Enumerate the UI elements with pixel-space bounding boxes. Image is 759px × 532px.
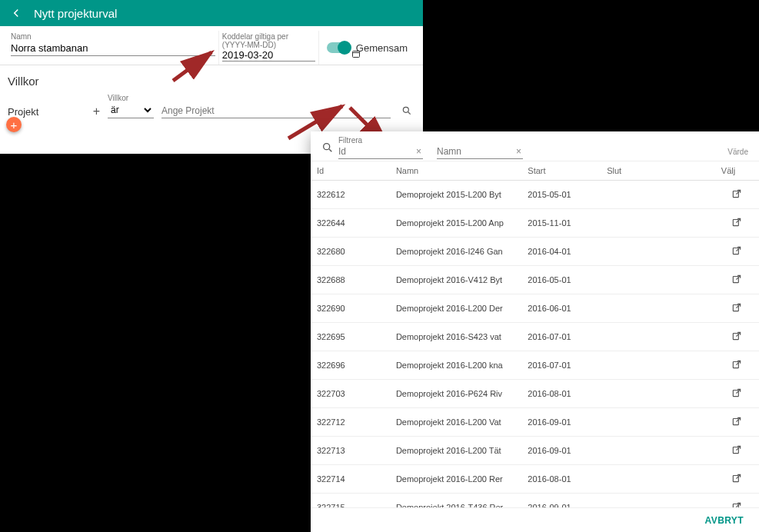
open-icon[interactable] — [731, 188, 742, 199]
table-row[interactable]: 322696Demoprojekt 2016-L200 kna2016-07-0… — [311, 351, 759, 380]
cell-valj — [715, 351, 759, 380]
svg-rect-9 — [734, 362, 739, 368]
cell-valj — [715, 209, 759, 238]
svg-rect-12 — [734, 447, 739, 454]
cell-start: 2016-05-01 — [521, 266, 601, 294]
cell-name: Demoprojekt 2016-L200 Vat — [390, 408, 521, 437]
cell-valj — [715, 380, 759, 408]
cell-name: Demoprojekt 2016-L200 Tät — [390, 437, 521, 465]
cell-slut — [601, 294, 715, 323]
clear-name-icon[interactable]: × — [514, 146, 523, 157]
table-row[interactable]: 322688Demoprojekt 2016-V412 Byt2016-05-0… — [311, 266, 759, 294]
open-icon[interactable] — [731, 416, 742, 427]
open-icon[interactable] — [731, 245, 742, 256]
cell-name: Demoprojekt 2016-T436 Rer — [390, 494, 521, 508]
name-label: Namn — [11, 32, 215, 41]
cell-slut — [601, 437, 715, 465]
cell-name: Demoprojekt 2015-L200 Anp — [390, 209, 521, 238]
svg-rect-10 — [734, 391, 739, 397]
cell-start: 2016-09-01 — [521, 437, 601, 465]
cell-valj — [715, 323, 759, 351]
condition-type-label: Projekt — [8, 106, 38, 118]
cell-slut — [601, 323, 715, 351]
cell-id: 322713 — [311, 437, 390, 465]
svg-rect-7 — [734, 305, 739, 311]
cell-start: 2016-04-01 — [521, 238, 601, 266]
cell-name: Demoprojekt 2016-P624 Riv — [390, 380, 521, 408]
table-row[interactable]: 322715Demoprojekt 2016-T436 Rer2016-09-0… — [311, 494, 759, 508]
cell-valj — [715, 437, 759, 465]
cell-name: Demoprojekt 2015-L200 Byt — [390, 181, 521, 209]
cell-id: 322688 — [311, 266, 390, 294]
table-scroll[interactable]: Id Namn Start Slut Välj 322612Demoprojek… — [311, 161, 759, 507]
clear-id-icon[interactable]: × — [414, 146, 423, 157]
condition-value-input[interactable] — [161, 104, 391, 118]
open-icon[interactable] — [731, 331, 742, 341]
filter-name-input[interactable] — [437, 145, 523, 159]
modal-filter-bar: Filtrera × × Värde — [311, 131, 759, 161]
cell-start: 2016-08-01 — [521, 465, 601, 494]
table-row[interactable]: 322714Demoprojekt 2016-L200 Rer2016-08-0… — [311, 465, 759, 494]
condition-search-icon[interactable] — [398, 105, 415, 118]
cell-valj — [715, 266, 759, 294]
col-start: Start — [521, 161, 601, 181]
svg-rect-3 — [734, 191, 739, 198]
add-condition-icon[interactable]: + — [93, 105, 100, 118]
cell-start: 2016-09-01 — [521, 408, 601, 437]
open-icon[interactable] — [731, 387, 742, 398]
condition-operator-select[interactable]: är — [108, 102, 154, 118]
cancel-button[interactable]: AVBRYT — [705, 515, 744, 526]
page-title: Nytt projekturval — [34, 7, 117, 20]
svg-rect-5 — [734, 248, 739, 254]
modal-footer: AVBRYT — [311, 507, 759, 532]
cell-name: Demoprojekt 2016-L200 Rer — [390, 465, 521, 494]
shared-toggle[interactable] — [327, 42, 350, 53]
name-input[interactable] — [11, 41, 215, 56]
table-row[interactable]: 322680Demoprojekt 2016-I246 Gan2016-04-0… — [311, 238, 759, 266]
cell-slut — [601, 465, 715, 494]
conditions-heading: Villkor — [0, 65, 423, 92]
cell-start: 2016-09-01 — [521, 494, 601, 508]
open-icon[interactable] — [731, 359, 742, 370]
table-header-row: Id Namn Start Slut Välj — [311, 161, 759, 181]
open-icon[interactable] — [731, 473, 742, 484]
table-row[interactable]: 322644Demoprojekt 2015-L200 Anp2015-11-0… — [311, 209, 759, 238]
table-row[interactable]: 322690Demoprojekt 2016-L200 Der2016-06-0… — [311, 294, 759, 323]
filter-id-field: Filtrera × — [338, 136, 423, 159]
back-arrow-icon[interactable] — [9, 6, 23, 20]
open-icon[interactable] — [731, 302, 742, 313]
svg-rect-11 — [734, 419, 739, 425]
table-row[interactable]: 322695Demoprojekt 2016-S423 vat2016-07-0… — [311, 323, 759, 351]
cell-name: Demoprojekt 2016-I246 Gan — [390, 238, 521, 266]
filter-name-field: × — [437, 136, 523, 159]
cell-slut — [601, 351, 715, 380]
shared-toggle-wrap: Gemensam — [319, 31, 415, 65]
cell-id: 322703 — [311, 380, 390, 408]
filter-id-input[interactable] — [338, 145, 423, 159]
open-icon[interactable] — [731, 501, 742, 507]
cell-id: 322696 — [311, 351, 390, 380]
open-icon[interactable] — [731, 274, 742, 284]
app-bar: Nytt projekturval — [0, 0, 423, 26]
open-icon[interactable] — [731, 444, 742, 455]
table-row[interactable]: 322703Demoprojekt 2016-P624 Riv2016-08-0… — [311, 380, 759, 408]
table-row[interactable]: 322713Demoprojekt 2016-L200 Tät2016-09-0… — [311, 437, 759, 465]
value-label: Värde — [727, 148, 751, 159]
date-label: Koddelar giltiga per (YYYY-MM-DD) — [222, 32, 315, 49]
cell-valj — [715, 494, 759, 508]
condition-row: Projekt + Villkor är — [0, 92, 423, 125]
cell-id: 322714 — [311, 465, 390, 494]
open-icon[interactable] — [731, 217, 742, 228]
cell-valj — [715, 181, 759, 209]
add-fab[interactable]: + — [6, 117, 22, 132]
col-valj: Välj — [715, 161, 759, 181]
table-row[interactable]: 322712Demoprojekt 2016-L200 Vat2016-09-0… — [311, 408, 759, 437]
cell-slut — [601, 380, 715, 408]
cell-slut — [601, 266, 715, 294]
cell-slut — [601, 408, 715, 437]
cell-valj — [715, 408, 759, 437]
table-row[interactable]: 322612Demoprojekt 2015-L200 Byt2015-05-0… — [311, 181, 759, 209]
filter-label: Filtrera — [338, 136, 423, 145]
cell-name: Demoprojekt 2016-S423 vat — [390, 323, 521, 351]
cell-slut — [601, 238, 715, 266]
